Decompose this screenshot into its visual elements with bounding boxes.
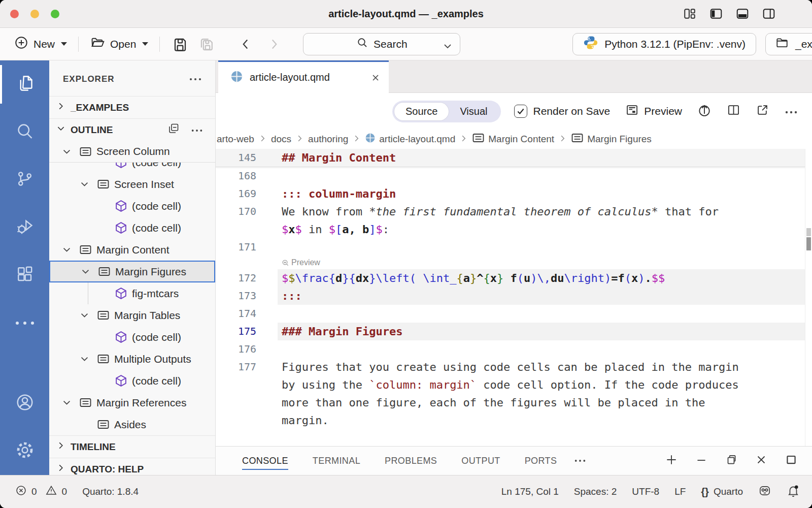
breadcrumb-item-authoring[interactable]: authoring: [308, 134, 348, 145]
tree-chevron-down-icon[interactable]: [80, 310, 97, 320]
editor-scrollbar[interactable]: [805, 149, 812, 446]
tab-close-icon[interactable]: [370, 73, 381, 83]
publish-button[interactable]: [697, 103, 712, 120]
new-button[interactable]: New: [10, 33, 71, 55]
problems-status[interactable]: 0 0: [15, 485, 67, 499]
section-examples[interactable]: _EXAMPLES: [49, 96, 215, 118]
panel-tab-console[interactable]: CONSOLE: [242, 452, 288, 470]
panel-tab-terminal[interactable]: TERMINAL: [313, 452, 360, 470]
tree-chevron-down-icon[interactable]: [62, 398, 79, 407]
preview-button[interactable]: Preview: [625, 103, 682, 119]
sidebar-item-more[interactable]: [0, 299, 49, 347]
outline-item-multiple-outputs[interactable]: Multiple Outputs: [49, 348, 215, 370]
cursor-position-status[interactable]: Ln 175, Col 1: [501, 486, 559, 497]
line-number: 170: [216, 203, 256, 238]
save-all-button[interactable]: [193, 33, 221, 55]
eol-status[interactable]: LF: [674, 486, 686, 497]
split-editor-icon: [727, 103, 740, 119]
outline-more-icon[interactable]: [191, 124, 203, 136]
outline-item-margin-figures[interactable]: Margin Figures: [49, 261, 215, 282]
sidebar-item-source-control[interactable]: [0, 156, 49, 204]
close-window-button[interactable]: [10, 10, 19, 18]
outline-item-screen-column[interactable]: Screen Column: [49, 141, 215, 163]
quarto-version-status[interactable]: Quarto: 1.8.4: [82, 486, 139, 497]
search-input[interactable]: Search: [303, 33, 460, 55]
encoding-status[interactable]: UTF-8: [632, 486, 659, 497]
outline-item-code-cell[interactable]: (code cell): [49, 326, 215, 348]
breadcrumb-item-margin-figures[interactable]: Margin Figures: [571, 132, 652, 147]
indentation-status[interactable]: Spaces: 2: [574, 486, 617, 497]
render-on-save-checkbox[interactable]: [514, 105, 527, 118]
section-timeline[interactable]: TIMELINE: [49, 435, 215, 458]
panel-tab-output[interactable]: OUTPUT: [461, 452, 500, 470]
tree-chevron-down-icon[interactable]: [62, 147, 79, 156]
toggle-visual-button[interactable]: Visual: [449, 103, 498, 120]
sidebar-item-extensions[interactable]: [0, 251, 49, 299]
editor-more-actions-button[interactable]: [785, 105, 798, 117]
panel-more-button[interactable]: [574, 458, 586, 463]
panel-restore-icon[interactable]: [725, 453, 738, 468]
notifications-button[interactable]: [787, 484, 800, 500]
explorer-header: EXPLORER: [49, 60, 215, 91]
outline-item-margin-references[interactable]: Margin References: [49, 392, 215, 414]
scrollbar-thumb[interactable]: [806, 237, 811, 250]
sidebar-item-run-debug[interactable]: [0, 204, 49, 251]
interpreter-selector-button[interactable]: Python 3.12.1 (PipEnv: .venv): [572, 33, 756, 55]
section-quarto-help[interactable]: QUARTO: HELP: [49, 458, 215, 475]
split-editor-button[interactable]: [727, 103, 740, 119]
section-outline[interactable]: OUTLINE: [49, 118, 215, 141]
search-dropdown-chevron-icon[interactable]: [443, 41, 453, 53]
outline-item-margin-content[interactable]: Margin Content: [49, 239, 215, 261]
sidebar-item-search[interactable]: [0, 108, 49, 156]
panel-tab-ports[interactable]: PORTS: [525, 452, 557, 470]
breadcrumb-item-article-layout-qmd[interactable]: article-layout.qmd: [365, 133, 455, 146]
panel-new-icon[interactable]: [665, 453, 678, 468]
settings-gear-icon: [15, 440, 35, 462]
outline-item-asides[interactable]: Asides: [49, 414, 215, 435]
outline-item-code-cell[interactable]: (code cell): [49, 217, 215, 239]
panel-maximize-icon[interactable]: [785, 453, 798, 468]
tree-chevron-down-icon[interactable]: [81, 267, 98, 276]
search-icon: [356, 37, 368, 51]
panel-tab-problems[interactable]: PROBLEMS: [385, 452, 437, 470]
open-external-button[interactable]: [756, 103, 769, 119]
zoom-window-button[interactable]: [51, 10, 59, 18]
account-button[interactable]: [0, 379, 49, 427]
outline-item-code-cell[interactable]: (code cell): [49, 195, 215, 217]
panel-minimize-icon[interactable]: [695, 453, 708, 468]
outline-item-code-cell[interactable]: (code cell): [49, 163, 215, 173]
breadcrumb-item-arto-web[interactable]: arto-web: [217, 134, 254, 145]
tree-chevron-down-icon[interactable]: [80, 179, 97, 189]
feedback-button[interactable]: [758, 484, 771, 500]
navigate-forward-button[interactable]: [262, 34, 286, 55]
outline-item-code-cell[interactable]: (code cell): [49, 370, 215, 392]
workspace-button[interactable]: _ex: [765, 33, 812, 55]
toggle-bottom-panel-icon[interactable]: [735, 7, 750, 20]
codelens-preview-link[interactable]: Preview: [282, 256, 812, 269]
outline-item-margin-tables[interactable]: Margin Tables: [49, 304, 215, 326]
open-button[interactable]: Open: [86, 33, 152, 55]
code-line-168: 168: [216, 167, 812, 185]
customize-layout-icon[interactable]: [682, 7, 697, 20]
code-editor[interactable]: 145## Margin Content168169::: column-mar…: [216, 149, 812, 446]
minimize-window-button[interactable]: [30, 10, 39, 18]
settings-button[interactable]: [0, 427, 49, 475]
panel-close-icon[interactable]: [755, 453, 768, 468]
collapse-all-icon[interactable]: [167, 122, 180, 137]
save-button[interactable]: [167, 33, 193, 55]
sidebar-item-explorer[interactable]: [0, 60, 49, 108]
section-icon: [571, 132, 584, 147]
tree-chevron-down-icon[interactable]: [62, 245, 79, 255]
tree-chevron-down-icon[interactable]: [80, 354, 97, 364]
navigate-back-button[interactable]: [234, 34, 257, 55]
outline-item-fig-mtcars[interactable]: fig-mtcars: [49, 282, 215, 304]
tab-article-layout-qmd[interactable]: article-layout.qmd: [218, 60, 389, 93]
outline-item-screen-inset[interactable]: Screen Inset: [49, 173, 215, 195]
toggle-source-button[interactable]: Source: [394, 103, 449, 120]
explorer-more-icon[interactable]: [189, 74, 202, 84]
toggle-right-panel-icon[interactable]: [761, 7, 776, 20]
language-mode-status[interactable]: {} Quarto: [701, 486, 743, 498]
toggle-left-panel-icon[interactable]: [708, 7, 724, 20]
breadcrumb-item-docs[interactable]: docs: [271, 134, 291, 145]
breadcrumb-item-margin-content[interactable]: Margin Content: [472, 132, 554, 147]
